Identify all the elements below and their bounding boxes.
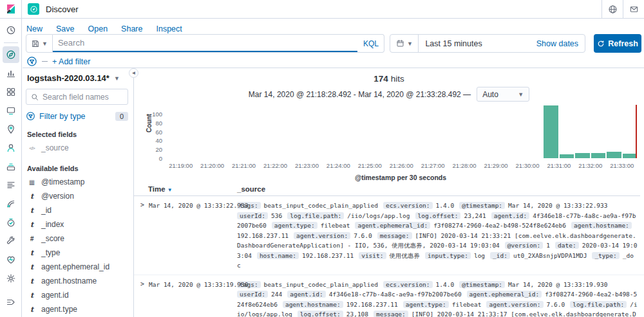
add-filter-button[interactable]: + Add filter bbox=[52, 57, 90, 66]
nav-apm-icon[interactable] bbox=[3, 195, 19, 212]
filter-count-badge: 0 bbox=[115, 112, 128, 121]
search-icon bbox=[31, 93, 39, 101]
y-tick-label: 40 bbox=[155, 137, 162, 144]
source-key: agent.type: bbox=[403, 301, 449, 308]
expand-row-icon[interactable]: > bbox=[140, 201, 144, 208]
chart-time-range: Mar 14, 2020 @ 21:18:28.492 - Mar 14, 20… bbox=[249, 90, 471, 99]
source-key: _type: bbox=[592, 252, 619, 259]
field-item-agent.ephemeral_id[interactable]: tagent.ephemeral_id bbox=[26, 260, 128, 274]
table-row: >Mar 14, 2020 @ 13:33:22.933tags:beats_i… bbox=[134, 196, 644, 275]
field-item-_index[interactable]: t_index bbox=[26, 217, 128, 231]
source-value: 536 bbox=[271, 212, 282, 219]
source-value: beats_input_codec_plain_applied bbox=[264, 202, 378, 209]
x-tick-label: 21:21:00 bbox=[232, 162, 256, 169]
search-input[interactable] bbox=[53, 35, 357, 52]
source-value: 4f346e18-c77b-4a8c-ae9a-f97b2007be60 bbox=[329, 291, 462, 298]
source-key: agent.ephemeral_id: bbox=[467, 291, 542, 298]
search-field-names-input[interactable]: Search field names bbox=[26, 89, 128, 105]
field-item-agent.hostname[interactable]: tagent.hostname bbox=[26, 274, 128, 288]
query-bar: ▼ KQL ▼ Last 15 minutes Show dates Refre… bbox=[26, 34, 641, 53]
sort-desc-icon: ▼ bbox=[167, 187, 173, 193]
discover-app-icon bbox=[28, 3, 39, 15]
nav-dev-tools-icon[interactable] bbox=[3, 233, 19, 249]
field-item-_source[interactable]: </>_source bbox=[26, 141, 128, 155]
field-item-agent.type[interactable]: tagent.type bbox=[26, 302, 128, 316]
histogram-bar-21:33:00[interactable] bbox=[622, 154, 637, 158]
nav-stack-monitoring-icon[interactable] bbox=[3, 251, 19, 268]
filter-by-type-button[interactable]: Filter by type 0 bbox=[26, 111, 128, 121]
toolbar-link-new[interactable]: New bbox=[26, 24, 43, 33]
nav-recently-viewed-icon[interactable] bbox=[3, 22, 19, 39]
x-tick-label: 21:24:00 bbox=[327, 162, 350, 169]
nav-uptime-icon[interactable] bbox=[3, 214, 19, 231]
filter-by-type-label: Filter by type bbox=[39, 112, 86, 121]
nav-management-icon[interactable] bbox=[3, 270, 19, 287]
source-value: ut0_2XABsnjpVDPA1MDJ bbox=[513, 252, 587, 259]
source-column-header: _source bbox=[237, 185, 265, 193]
index-pattern-select[interactable]: logstash-2020.03.14* ▼ bbox=[26, 73, 128, 83]
y-tick-label: 60 bbox=[155, 128, 162, 135]
row-time: Mar 14, 2020 @ 13:33:19.930 bbox=[149, 281, 248, 288]
x-tick-label: 21:20:00 bbox=[200, 162, 224, 169]
time-range-value[interactable]: Last 15 minutes bbox=[419, 39, 482, 48]
interval-select[interactable]: Auto ▼ bbox=[477, 87, 529, 102]
string-field-icon: t bbox=[28, 221, 36, 229]
row-time: Mar 14, 2020 @ 13:33:22.933 bbox=[149, 202, 248, 209]
x-tick-label: 21:31:00 bbox=[547, 162, 571, 169]
saved-query-button[interactable]: ▼ bbox=[26, 34, 53, 53]
nav-discover-icon[interactable] bbox=[3, 46, 19, 63]
histogram-bar-21:32:30[interactable] bbox=[606, 152, 621, 158]
kql-button[interactable]: KQL bbox=[357, 35, 384, 52]
y-tick-label: 80 bbox=[155, 119, 162, 126]
histogram-bar-21:31:00[interactable] bbox=[559, 154, 574, 158]
filter-icon[interactable] bbox=[26, 56, 37, 67]
field-item-_id[interactable]: t_id bbox=[26, 203, 128, 217]
field-item-_type[interactable]: t_type bbox=[26, 246, 128, 260]
fields-sidebar: logstash-2020.03.14* ▼ Search field name… bbox=[23, 68, 134, 317]
search-box: KQL bbox=[53, 34, 384, 53]
field-item-_score[interactable]: #_score bbox=[26, 231, 128, 246]
source-value: 192.168.237.11 bbox=[237, 232, 289, 239]
histogram-bar-21:30:30[interactable] bbox=[543, 105, 558, 158]
collapse-sidebar-button[interactable]: ◄ bbox=[129, 68, 138, 78]
nav-machine-learning-icon[interactable] bbox=[3, 140, 19, 156]
nav-divider bbox=[4, 42, 18, 43]
source-key: @timestamp: bbox=[459, 281, 505, 288]
dock-navigation-icon[interactable] bbox=[3, 294, 19, 311]
field-item-@timestamp[interactable]: ▦@timestamp bbox=[26, 175, 128, 189]
toolbar-link-save[interactable]: Save bbox=[56, 24, 75, 33]
nav-canvas-icon[interactable] bbox=[3, 102, 19, 119]
toolbar-link-share[interactable]: Share bbox=[121, 24, 142, 33]
table-row: >Mar 14, 2020 @ 13:33:19.930tags:beats_i… bbox=[134, 275, 644, 317]
source-value: 192.168.237.11 bbox=[302, 252, 354, 259]
histogram-bar-21:32:00[interactable] bbox=[591, 153, 606, 158]
field-item-@version[interactable]: t@version bbox=[26, 189, 128, 203]
filter-bar: + Add filter bbox=[26, 56, 90, 67]
show-dates-button[interactable]: Show dates bbox=[536, 39, 585, 48]
hits-count: 174 bbox=[374, 74, 388, 84]
nav-dashboard-icon[interactable] bbox=[3, 84, 19, 100]
nav-metrics-icon[interactable] bbox=[3, 158, 19, 175]
field-item-agent.id[interactable]: tagent.id bbox=[26, 288, 128, 302]
histogram-plot[interactable] bbox=[164, 105, 637, 158]
toolbar-link-inspect[interactable]: Inspect bbox=[156, 24, 182, 33]
histogram-bar-21:31:30[interactable] bbox=[574, 153, 590, 158]
help-icon[interactable] bbox=[601, 0, 623, 18]
source-key: message: bbox=[374, 311, 408, 317]
toolbar-link-open[interactable]: Open bbox=[88, 24, 108, 33]
source-key: @version: bbox=[505, 242, 543, 249]
kibana-logo[interactable] bbox=[0, 0, 22, 18]
date-picker-button[interactable]: ▼ bbox=[390, 35, 419, 52]
nav-maps-icon[interactable] bbox=[3, 121, 19, 138]
expand-row-icon[interactable]: > bbox=[140, 280, 144, 287]
source-value: 7.6.0 bbox=[547, 301, 565, 308]
hits-label: hits bbox=[391, 74, 404, 84]
field-name: _id bbox=[41, 206, 52, 215]
nav-logs-icon[interactable] bbox=[3, 177, 19, 194]
time-column-header[interactable]: Time ▼ bbox=[148, 185, 173, 193]
x-tick-label: 21:29:00 bbox=[484, 162, 508, 169]
nav-visualize-icon[interactable] bbox=[3, 65, 19, 82]
refresh-button[interactable]: Refresh bbox=[594, 34, 641, 53]
newsfeed-icon[interactable] bbox=[623, 0, 644, 18]
source-key: log.file.path: bbox=[570, 301, 627, 308]
